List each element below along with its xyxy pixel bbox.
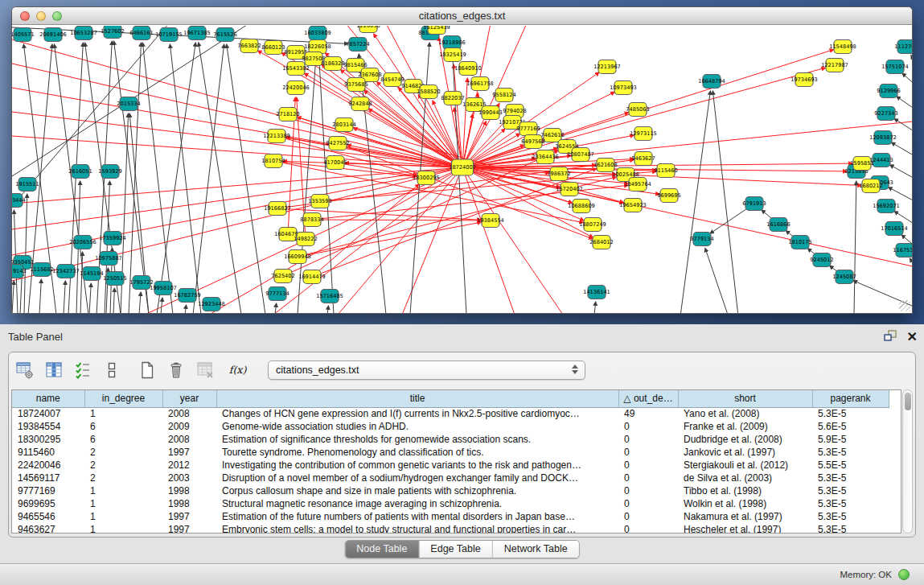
table-cell[interactable]: Hescheler et al. (1997) xyxy=(678,523,812,534)
network-node[interactable]: 9699695 xyxy=(657,189,680,203)
network-node[interactable]: 1595851 xyxy=(850,157,873,171)
table-cell[interactable]: 9699695 xyxy=(12,497,84,510)
network-node[interactable]: 8660123 xyxy=(261,41,285,55)
table-row[interactable]: 946362711997Embryonic stem cells: a mode… xyxy=(12,523,889,534)
table-cell[interactable]: 0 xyxy=(618,484,678,497)
scrollbar-thumb[interactable] xyxy=(905,393,911,410)
network-node[interactable]: 19671385 xyxy=(183,27,211,40)
network-node[interactable]: 16961758 xyxy=(466,77,494,91)
table-cell[interactable]: 2012 xyxy=(162,459,216,472)
network-node[interactable]: 1593929 xyxy=(98,165,121,179)
new-document-icon[interactable] xyxy=(136,360,158,381)
table-cell[interactable]: 1 xyxy=(84,497,162,510)
table-row[interactable]: 977716911998Corpus callosum shape and si… xyxy=(12,484,889,497)
table-cell[interactable]: 19384554 xyxy=(12,420,84,433)
table-cell[interactable]: Tibbo et al. (1998) xyxy=(678,484,812,497)
network-node[interactable]: 16609948 xyxy=(284,250,311,264)
table-cell[interactable]: Jankovic et al. (1997) xyxy=(678,446,812,459)
delete-table-icon[interactable] xyxy=(194,360,216,381)
table-cell[interactable]: 5.3E-5 xyxy=(812,446,889,459)
network-node[interactable]: 1616866 xyxy=(766,218,790,232)
column-header[interactable]: △ out_de… xyxy=(618,390,678,407)
table-cell[interactable]: 5.5E-5 xyxy=(812,459,889,472)
network-node[interactable]: 2616051 xyxy=(68,165,92,179)
column-header[interactable]: pagerank xyxy=(812,390,889,407)
network-node[interactable]: 7663822 xyxy=(237,39,261,53)
network-node[interactable]: 15751074 xyxy=(881,60,909,74)
network-edge[interactable] xyxy=(89,283,91,314)
network-node[interactable]: 14136141 xyxy=(583,286,610,299)
table-cell[interactable]: 2 xyxy=(84,459,162,472)
network-node[interactable]: 8186328 xyxy=(321,57,344,71)
network-edge[interactable] xyxy=(713,91,738,314)
table-cell[interactable]: Nakamura et al. (1997) xyxy=(678,510,812,523)
network-node[interactable]: 7615526 xyxy=(213,28,236,42)
network-node[interactable]: 19734693 xyxy=(791,73,818,87)
table-cell[interactable]: 5.3E-5 xyxy=(812,472,889,484)
select-checks-icon[interactable] xyxy=(72,360,93,381)
table-cell[interactable]: 18300295 xyxy=(12,433,84,446)
table-cell[interactable]: 2008 xyxy=(162,407,216,420)
network-node[interactable]: 9777169 xyxy=(516,122,540,136)
table-cell[interactable]: 18724007 xyxy=(12,407,84,420)
network-node[interactable]: 15692071 xyxy=(873,200,900,213)
network-node[interactable]: 7857224 xyxy=(346,38,369,51)
network-node[interactable]: 1353593 xyxy=(308,195,331,208)
table-cell[interactable]: 1 xyxy=(84,484,162,497)
network-node[interactable]: 1810754 xyxy=(261,154,285,168)
network-edge[interactable] xyxy=(157,43,195,314)
network-edge[interactable] xyxy=(705,248,728,314)
network-window-titlebar[interactable]: citations_edges.txt xyxy=(12,7,912,25)
table-cell[interactable]: 14569117 xyxy=(12,472,84,484)
table-cell[interactable]: 2009 xyxy=(162,420,216,433)
table-row[interactable]: 2242004622012Investigating the contribut… xyxy=(12,459,889,472)
network-node[interactable]: 8822037 xyxy=(441,92,464,105)
network-edge[interactable] xyxy=(462,167,515,314)
table-cell[interactable]: 22420046 xyxy=(12,459,84,472)
network-node[interactable]: 8878334 xyxy=(300,213,323,227)
table-cell[interactable]: Tourette syndrome. Phenomenology and cla… xyxy=(216,446,618,459)
tab-edge-table[interactable]: Edge Table xyxy=(418,541,491,558)
network-node[interactable]: 11548498 xyxy=(829,40,856,54)
network-node[interactable]: 19958107 xyxy=(150,282,177,295)
table-row[interactable]: 1456911722003Disruption of a novel membe… xyxy=(12,472,889,484)
network-node[interactable]: 1250515 xyxy=(103,272,126,286)
network-edge[interactable] xyxy=(680,91,710,314)
network-node[interactable]: 12923448 xyxy=(198,298,225,311)
table-cell[interactable]: 6 xyxy=(84,420,162,433)
trash-icon[interactable] xyxy=(165,360,187,381)
tab-network-table[interactable]: Network Table xyxy=(492,541,579,558)
table-cell[interactable]: 0 xyxy=(618,523,678,534)
table-cell[interactable]: 1 xyxy=(84,523,162,534)
show-columns-icon[interactable] xyxy=(43,360,64,381)
table-row[interactable]: 969969511998Structural magnetic resonanc… xyxy=(12,497,889,510)
network-node[interactable]: 1167533 xyxy=(893,244,912,257)
column-header[interactable]: title xyxy=(216,390,618,407)
network-edge[interactable] xyxy=(911,55,912,67)
network-edge[interactable] xyxy=(327,306,328,314)
table-cell[interactable]: 0 xyxy=(618,420,678,433)
network-node[interactable]: 18325419 xyxy=(439,48,466,62)
network-node[interactable]: 6466161 xyxy=(129,27,153,40)
network-node[interactable]: 1245087 xyxy=(832,270,856,284)
network-node[interactable]: 1220058 xyxy=(356,26,380,33)
table-cell[interactable]: 0 xyxy=(618,472,678,484)
table-mode-icon[interactable] xyxy=(14,360,35,381)
network-node[interactable]: 1621608 xyxy=(593,159,617,172)
table-cell[interactable]: 5.6E-5 xyxy=(812,420,889,433)
table-cell[interactable]: de Silva et al. (2003) xyxy=(678,472,812,484)
network-edge[interactable] xyxy=(889,165,912,180)
network-node[interactable]: 12213389 xyxy=(263,130,290,143)
network-canvas[interactable]: 1405571208914061065328715276026466161107… xyxy=(12,26,912,313)
network-node[interactable]: 9375685 xyxy=(344,78,368,92)
network-node[interactable]: 8454749 xyxy=(380,73,404,87)
network-node[interactable]: 1498222 xyxy=(294,233,317,246)
network-node[interactable]: 19166827 xyxy=(264,202,291,216)
network-edge[interactable] xyxy=(312,220,481,220)
network-node[interactable]: 6497568 xyxy=(521,135,544,149)
network-edge[interactable] xyxy=(139,292,141,314)
table-cell[interactable]: 6 xyxy=(84,433,162,446)
network-node[interactable]: 2803144 xyxy=(332,118,355,132)
table-cell[interactable]: Investigating the contribution of common… xyxy=(216,459,618,472)
network-node[interactable]: 7625402 xyxy=(271,270,294,283)
